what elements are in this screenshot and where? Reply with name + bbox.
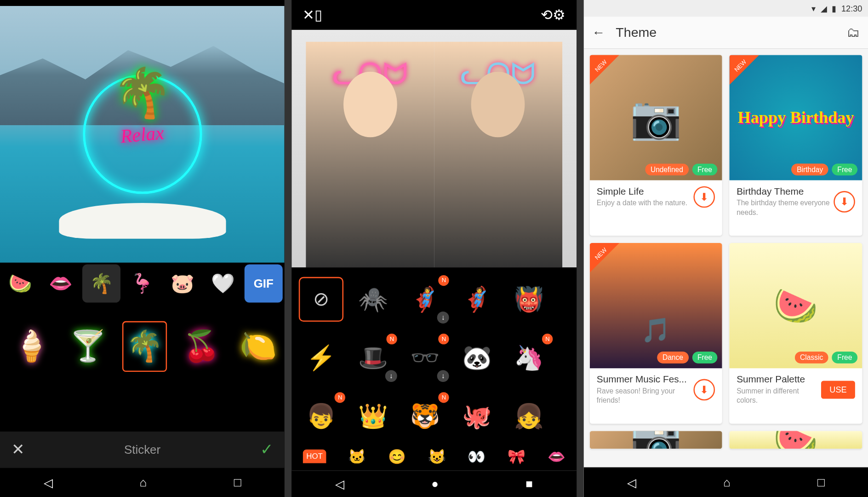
applied-sticker[interactable]: 🌴 Relax <box>83 75 202 194</box>
sticker-grid: 🍦🍸🌴🍒🍋 <box>0 304 285 388</box>
theme-card-peek[interactable] <box>730 431 862 449</box>
status-bar: ▾ ◢ ▮ 12:30 <box>583 0 868 17</box>
home-nav-icon[interactable]: ● <box>431 477 439 491</box>
filter-0-2[interactable]: 🦸‍♀️N↓ <box>403 277 447 322</box>
filter-2-1[interactable]: 👑 <box>351 394 395 439</box>
theme-desc: The birthday theme everyone needs. <box>737 199 834 217</box>
theme-card-0[interactable]: NEWUndefinedFreeSimple LifeEnjoy a date … <box>589 55 722 236</box>
theme-card-2[interactable]: NEWDanceFreeSummer Music Fes...Rave seas… <box>589 243 722 424</box>
category-4[interactable]: 🐷 <box>163 265 201 303</box>
filter-tabs: HOT🐱😊😺👀🎀👄 <box>292 443 577 470</box>
filter-tab-5[interactable]: 🎀 <box>508 448 525 465</box>
sticker-1[interactable]: 🍸 <box>66 321 110 371</box>
filter-tab-6[interactable]: 👄 <box>548 448 565 465</box>
filter-tab-1[interactable]: 🐱 <box>348 448 366 465</box>
signal-icon: ◢ <box>821 4 827 13</box>
filter-tab-3[interactable]: 😺 <box>428 448 446 465</box>
filter-tab-0[interactable]: HOT <box>303 450 326 463</box>
recent-nav-icon[interactable]: ■ <box>525 477 533 491</box>
recent-nav-icon[interactable]: □ <box>234 476 241 490</box>
download-button[interactable]: ⬇ <box>694 379 715 401</box>
download-button[interactable]: ⬇ <box>834 191 855 213</box>
palm-tree-icon: 🌴 <box>113 65 172 121</box>
home-nav-icon[interactable]: ⌂ <box>723 476 731 490</box>
theme-title: Simple Life <box>597 186 694 197</box>
android-nav-bar: ◁ ⌂ □ <box>0 468 285 497</box>
filter-1-3[interactable]: 🐼 <box>455 335 499 380</box>
android-nav-bar: ◁ ● ■ <box>292 470 577 497</box>
panel-title: Sticker <box>36 443 249 457</box>
library-icon[interactable]: 🗂 <box>847 25 860 40</box>
theme-title: Birthday Theme <box>737 186 834 197</box>
theme-card-peek[interactable] <box>589 431 722 449</box>
back-nav-icon[interactable]: ◁ <box>335 477 344 491</box>
theme-thumbnail: NEWDanceFree <box>589 243 722 368</box>
price-tag: Free <box>692 352 717 364</box>
filter-1-1[interactable]: 🎩N↓ <box>351 335 395 380</box>
battery-icon: ▮ <box>832 4 836 13</box>
use-button[interactable]: USE <box>821 381 855 399</box>
sticker-0[interactable]: 🍦 <box>9 321 53 371</box>
category-2[interactable]: 🌴 <box>82 265 120 303</box>
theme-card-1[interactable]: NEWHappy BirthdayBirthdayFreeBirthday Th… <box>730 55 862 236</box>
confirm-button[interactable]: ✓ <box>249 440 285 459</box>
theme-grid[interactable]: NEWUndefinedFreeSimple LifeEnjoy a date … <box>583 49 868 467</box>
theme-title: Summer Palette <box>737 374 821 385</box>
filter-0-3[interactable]: 🦸 <box>455 277 499 322</box>
wifi-icon: ▾ <box>811 4 816 13</box>
theme-info: Summer PaletteSummer in different colors… <box>730 368 862 411</box>
sticker-category-row: 🍉👄🌴🦩🐷🤍GIF⬇ <box>0 263 285 305</box>
close-icon[interactable]: ✕ <box>303 6 314 23</box>
no-filter-button[interactable]: ⊘ <box>299 277 343 322</box>
filter-1-0[interactable]: ⚡ <box>299 335 343 380</box>
category-5[interactable]: 🤍 <box>204 265 242 303</box>
theme-header: ← Theme 🗂 <box>583 17 868 49</box>
back-nav-icon[interactable]: ◁ <box>44 475 52 490</box>
filter-1-2[interactable]: 🕶️N↓ <box>403 335 447 380</box>
flip-camera-icon[interactable]: ⟲ <box>541 6 553 23</box>
filter-0-4[interactable]: 👹 <box>507 277 551 322</box>
new-badge: NEW <box>589 55 619 85</box>
aspect-ratio-icon[interactable]: ▯ <box>314 6 322 23</box>
filter-0-1[interactable]: 🕷️ <box>351 277 395 322</box>
sticker-3[interactable]: 🍒 <box>179 321 223 371</box>
cancel-button[interactable]: ✕ <box>0 440 36 459</box>
person-1: ᓚᘏᗢ <box>306 41 434 267</box>
theme-desc: Rave season! Bring your friends! <box>597 387 694 405</box>
filter-2-4[interactable]: 👧 <box>507 394 551 439</box>
sticker-2[interactable]: 🌴 <box>122 321 167 371</box>
sticker-4[interactable]: 🍋 <box>235 321 280 371</box>
price-tag: Free <box>692 163 717 175</box>
category-tag: Classic <box>794 352 828 364</box>
filter-2-2[interactable]: 🐯N <box>403 394 447 439</box>
theme-title: Summer Music Fes... <box>597 374 694 385</box>
preview-canvas[interactable]: 🌴 Relax <box>0 6 285 263</box>
back-button[interactable]: ← <box>592 25 605 40</box>
filter-1-4[interactable]: 🦄N <box>507 335 551 380</box>
settings-icon[interactable]: ⚙ <box>553 6 566 23</box>
filter-tab-2[interactable]: 😊 <box>388 448 406 465</box>
theme-thumbnail: NEWUndefinedFree <box>589 55 722 180</box>
recent-nav-icon[interactable]: □ <box>817 476 825 490</box>
filter-2-3[interactable]: 🐙 <box>455 394 499 439</box>
preview-kayak <box>59 203 226 239</box>
category-3[interactable]: 🦩 <box>123 265 161 303</box>
category-1[interactable]: 👄 <box>42 265 80 303</box>
theme-thumbnail: NEWHappy BirthdayBirthdayFree <box>730 55 862 180</box>
theme-info: Simple LifeEnjoy a date with the nature.… <box>589 180 722 214</box>
filter-2-0[interactable]: 👦N <box>299 394 343 439</box>
theme-card-3[interactable]: ClassicFreeSummer PaletteSummer in diffe… <box>730 243 862 424</box>
back-nav-icon[interactable]: ◁ <box>627 475 636 490</box>
filter-tab-4[interactable]: 👀 <box>468 448 485 465</box>
camera-toolbar: ✕ ▯ ⟲ ⚙ <box>292 0 577 30</box>
editor-footer: ✕ Sticker ✓ <box>0 432 285 468</box>
status-time: 12:30 <box>841 4 862 13</box>
home-nav-icon[interactable]: ⌂ <box>140 476 147 490</box>
category-0[interactable]: 🍉 <box>1 265 40 303</box>
price-tag: Free <box>832 352 857 364</box>
theme-info: Summer Music Fes...Rave season! Bring yo… <box>589 368 722 411</box>
download-button[interactable]: ⬇ <box>694 186 715 208</box>
page-title: Theme <box>616 25 836 40</box>
gif-tab[interactable]: GIF <box>245 265 283 303</box>
android-nav-bar: ◁ ⌂ □ <box>583 468 868 497</box>
